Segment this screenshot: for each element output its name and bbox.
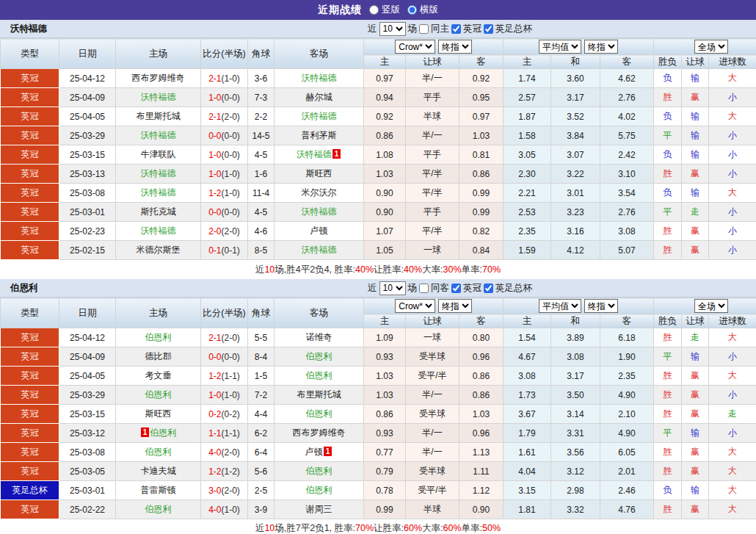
- home-team-cell: 普雷斯顿: [116, 481, 201, 500]
- match-count-select[interactable]: 10: [379, 281, 406, 295]
- odds-source-select[interactable]: Crow*: [395, 299, 435, 313]
- odd-rate-label: 单率:: [462, 264, 482, 276]
- handicap-odds-away: 1.03: [459, 405, 504, 424]
- score-cell: 0-0(0-0): [201, 347, 248, 367]
- horizontal-layout-label: 横版: [420, 4, 438, 16]
- horizontal-layout-radio[interactable]: [407, 5, 417, 15]
- goals-over-under-result: 大: [709, 367, 756, 386]
- scope-select[interactable]: 全场: [694, 40, 728, 54]
- table-row: 英冠 25-03-13 沃特福德 1-0(1-0) 1-6 斯旺西 1.03 平…: [1, 165, 756, 184]
- league-checkbox[interactable]: [451, 24, 461, 34]
- scope-select[interactable]: 全场: [694, 299, 728, 313]
- match-date: 25-04-09: [59, 88, 116, 107]
- avg-odds-away: 3.08: [600, 222, 654, 241]
- away-team-cell: 西布罗姆维奇: [275, 424, 364, 443]
- same-home-checkbox[interactable]: [419, 24, 429, 34]
- home-team-name: 伯恩利: [145, 389, 172, 400]
- match-count-select[interactable]: 10: [379, 22, 406, 36]
- corners-count: 8-4: [248, 347, 275, 367]
- avg-time-select[interactable]: 终指: [584, 40, 618, 54]
- avg-odds-away: 2.01: [600, 462, 654, 481]
- avg-odds-home: 3.67: [504, 405, 551, 424]
- avg-odds-away: 6.05: [600, 443, 654, 462]
- cup-checkbox[interactable]: [484, 24, 493, 34]
- league-checkbox[interactable]: [451, 284, 461, 293]
- win-loss-result: 负: [654, 184, 682, 203]
- avg-odds-home: 3.08: [504, 367, 551, 386]
- score-cell: 2-1(2-0): [201, 107, 248, 126]
- handicap-result: 走: [682, 328, 709, 347]
- col-avg-draw: 和: [551, 314, 600, 328]
- table-row: 英冠 25-04-09 德比郡 0-0(0-0) 8-4 伯恩利 0.93 受半…: [1, 347, 756, 367]
- avg-odds-away: 4.76: [600, 500, 654, 519]
- table-row: 英足总杯 25-03-01 普雷斯顿 3-0(2-0) 2-5 伯恩利 0.78…: [1, 481, 756, 500]
- avg-odds-draw: 3.22: [551, 165, 600, 184]
- odds-source-select[interactable]: Crow*: [395, 40, 435, 54]
- avg-odds-away: 2.46: [600, 481, 654, 500]
- score-cell: 3-0(2-0): [201, 481, 248, 500]
- handicap-result: 赢: [682, 462, 709, 481]
- odds-time-select[interactable]: 终指: [438, 40, 472, 54]
- table-row: 英冠 25-03-01 斯托克城 0-0(0-0) 4-5 沃特福德 0.90 …: [1, 203, 756, 222]
- home-team-cell: 斯托克城: [116, 203, 201, 222]
- summary-count: 10: [264, 264, 275, 275]
- match-type-cell: 英冠: [1, 500, 59, 519]
- avg-odds-draw: 2.98: [551, 481, 600, 500]
- odds-time-select[interactable]: 终指: [438, 299, 472, 313]
- goals-over-under-result: 大: [709, 107, 756, 126]
- home-team-name: 卡迪夫城: [141, 466, 176, 476]
- match-type-cell: 英冠: [1, 424, 59, 443]
- avg-time-select[interactable]: 终指: [584, 299, 618, 313]
- team-name: 伯恩利: [10, 282, 38, 295]
- full-time-score: 1-1: [208, 428, 221, 439]
- away-team-cell: 赫尔城: [275, 88, 364, 107]
- avg-odds-select[interactable]: 平均值: [539, 40, 581, 54]
- near-label: 近: [368, 23, 377, 35]
- handicap-odds-away: 0.81: [459, 145, 504, 165]
- cup-checkbox[interactable]: [484, 284, 493, 293]
- away-team-cell: 布里斯托城: [275, 386, 364, 405]
- over-rate-label: 大率:: [422, 522, 443, 534]
- avg-odds-select[interactable]: 平均值: [539, 299, 581, 313]
- match-date: 25-03-12: [59, 424, 116, 443]
- layout-option-vertical[interactable]: 竖版: [369, 4, 400, 16]
- col-handicap: 让球: [406, 55, 459, 69]
- away-team-cell: 卢顿1: [275, 443, 364, 462]
- goals-over-under-result: 小: [709, 241, 756, 260]
- same-away-checkbox[interactable]: [419, 284, 429, 293]
- vertical-layout-radio[interactable]: [369, 5, 379, 15]
- match-type-cell: 英冠: [1, 107, 59, 126]
- avg-odds-home: 4.67: [504, 347, 551, 367]
- corners-count: 2-2: [248, 107, 275, 126]
- odds-source-group: Crow* 终指: [364, 39, 504, 55]
- handicap-odds-away: 0.96: [459, 347, 504, 367]
- avg-odds-home: 1.54: [504, 328, 551, 347]
- avg-odds-away: 2.35: [600, 367, 654, 386]
- win-loss-result: 负: [654, 107, 682, 126]
- away-team-name: 赫尔城: [306, 92, 332, 102]
- over-rate: 30%: [443, 264, 462, 275]
- home-team-cell: 斯旺西: [116, 405, 201, 424]
- avg-odds-draw: 3.89: [551, 328, 600, 347]
- layout-option-horizontal[interactable]: 横版: [407, 4, 438, 16]
- corners-count: 8-5: [248, 241, 275, 260]
- col-avg-draw: 和: [551, 55, 600, 69]
- filter-controls: 近 10 场 同主 英冠 英足总杯: [368, 22, 532, 36]
- home-team-name: 沃特福德: [141, 187, 176, 198]
- win-loss-result: 胜: [654, 500, 682, 519]
- avg-odds-away: 2.76: [600, 203, 654, 222]
- avg-odds-draw: 3.32: [551, 500, 600, 519]
- cup-label: 英足总杯: [495, 23, 532, 35]
- win-loss-result: 胜: [654, 405, 682, 424]
- col-handicap-result: 让球: [682, 55, 709, 69]
- match-type-cell: 英冠: [1, 165, 59, 184]
- avg-odds-draw: 3.23: [551, 203, 600, 222]
- match-date: 25-03-08: [59, 184, 116, 203]
- watford-results-table: 类型 日期 主场 比分(半场) 角球 客场 Crow* 终指 平均值 终指: [0, 38, 756, 260]
- handicap-odds-away: 1.12: [459, 481, 504, 500]
- table-row: 英冠 25-04-12 西布罗姆维奇 2-1(1-0) 3-6 沃特福德 0.9…: [1, 69, 756, 88]
- goals-over-under-result: 大: [709, 481, 756, 500]
- full-time-score: 2-1: [208, 333, 221, 343]
- home-team-cell: 伯恩利: [116, 386, 201, 405]
- avg-odds-draw: 3.12: [551, 462, 600, 481]
